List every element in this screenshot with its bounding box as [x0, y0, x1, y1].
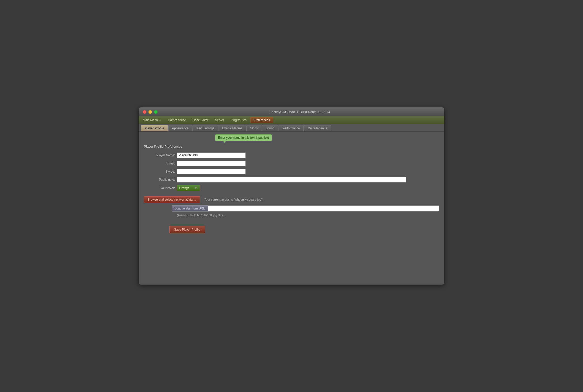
- content-area: Enter your name in this text input field…: [139, 132, 444, 285]
- tabs-bar: Player Profile Appearance Key Bindings C…: [139, 124, 444, 132]
- tab-skins[interactable]: Skins: [246, 125, 261, 131]
- avatar-row: Browse and select a player avatar... You…: [144, 196, 439, 203]
- tab-key-bindings[interactable]: Key Bindings: [192, 125, 218, 131]
- url-input[interactable]: [208, 205, 439, 212]
- email-label: Email:: [144, 162, 177, 165]
- color-dropdown[interactable]: Orange ▼: [177, 185, 200, 191]
- menubar: Main Menu ▼ Game: offline Deck Editor Se…: [139, 116, 444, 124]
- avatar-hint-text: (Avatars should be 100x100 .jpg files.): [177, 214, 439, 217]
- save-player-profile-button[interactable]: Save Player Profile: [169, 226, 205, 233]
- title-bar: LackeyCCG Mac -> Build Date: 09-22-14: [139, 107, 444, 116]
- public-note-input[interactable]: [177, 177, 406, 183]
- minimize-button[interactable]: [148, 110, 152, 114]
- skype-label: Skype:: [144, 170, 177, 173]
- your-color-label: Your color:: [144, 186, 177, 190]
- tab-player-profile[interactable]: Player Profile: [141, 125, 168, 131]
- app-window: LackeyCCG Mac -> Build Date: 09-22-14 Ma…: [139, 107, 444, 285]
- tab-appearance[interactable]: Appearance: [168, 125, 192, 131]
- dropdown-arrow-icon: ▼: [195, 187, 197, 190]
- section-title: Player Profile Preferences: [144, 145, 439, 148]
- tab-miscellaneous[interactable]: Miscellaneous: [304, 125, 331, 131]
- color-value: Orange: [179, 186, 189, 190]
- skype-row: Skype:: [144, 169, 439, 174]
- tab-sound[interactable]: Sound: [262, 125, 278, 131]
- player-name-input[interactable]: [177, 152, 246, 158]
- public-note-label: Public note:: [144, 178, 177, 181]
- current-avatar-text: Your current avatar is "'phoenix-square.…: [204, 198, 263, 201]
- url-row: Load avatar from URL:: [144, 205, 439, 212]
- browse-avatar-button[interactable]: Browse and select a player avatar...: [144, 196, 200, 203]
- close-button[interactable]: [143, 110, 146, 114]
- player-name-row: Player Name:: [144, 152, 439, 158]
- menubar-item-preferences[interactable]: Preferences: [250, 117, 273, 123]
- menubar-item-game-offline[interactable]: Game: offline: [165, 117, 189, 123]
- dropdown-arrow-icon: ▼: [159, 119, 161, 122]
- skype-input[interactable]: [177, 169, 246, 174]
- tab-chat-macros[interactable]: Chat & Macros: [218, 125, 246, 131]
- email-row: Email:: [144, 161, 439, 166]
- menubar-item-server[interactable]: Server: [212, 117, 227, 123]
- email-input[interactable]: [177, 161, 246, 166]
- tab-performance[interactable]: Performance: [279, 125, 304, 131]
- url-label: Load avatar from URL:: [172, 205, 208, 212]
- public-note-row: Public note:: [144, 177, 439, 183]
- menubar-item-plugin-utes[interactable]: Plugin: utes: [228, 117, 250, 123]
- menubar-item-main-menu[interactable]: Main Menu ▼: [140, 117, 164, 123]
- menubar-item-deck-editor[interactable]: Deck Editor: [189, 117, 211, 123]
- maximize-button[interactable]: [154, 110, 158, 114]
- window-title: LackeyCCG Mac -> Build Date: 09-22-14: [160, 110, 440, 114]
- color-row: Your color: Orange ▼: [144, 185, 439, 191]
- tooltip-bubble: Enter your name in this text input field: [215, 134, 272, 141]
- player-name-label: Player Name:: [144, 153, 177, 157]
